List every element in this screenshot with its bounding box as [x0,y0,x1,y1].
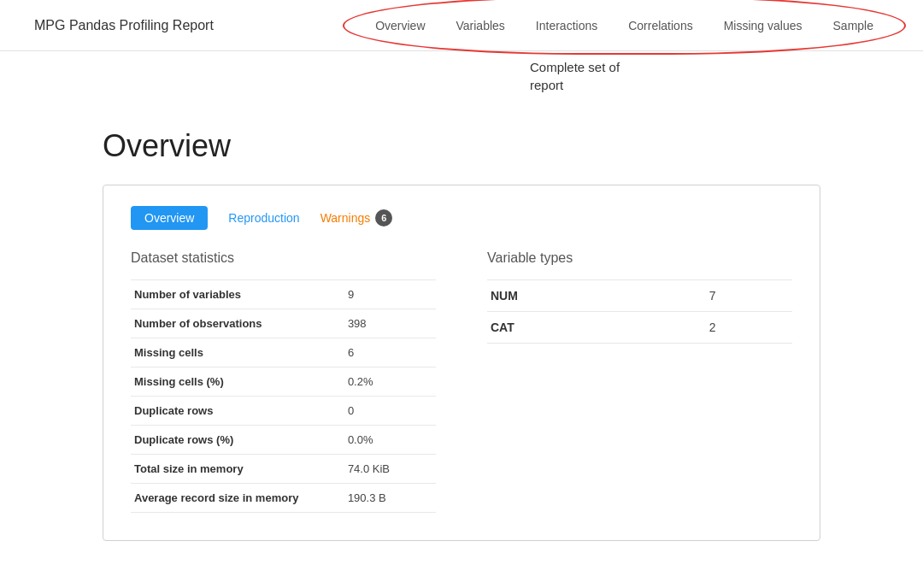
warnings-badge-count: 6 [375,209,392,226]
main-content: Overview Overview Reproduction Warnings … [0,111,923,575]
table-row: Number of observations 398 [131,309,436,338]
annotation-area: Complete set of report [0,51,923,111]
variable-types-title: Variable types [487,250,792,266]
stat-label: Missing cells (%) [131,368,344,397]
stat-value: 0.0% [344,426,436,455]
var-type-label: NUM [487,280,706,312]
var-type-label: CAT [487,312,706,344]
table-row: Duplicate rows (%) 0.0% [131,426,436,455]
header: MPG Pandas Profiling Report Overview Var… [0,0,923,51]
table-row: Duplicate rows 0 [131,397,436,426]
tab-reproduction[interactable]: Reproduction [215,206,313,230]
stat-label: Duplicate rows [131,397,344,426]
main-nav: Overview Variables Interactions Correlat… [360,12,889,39]
stat-value: 190.3 B [344,484,436,513]
stat-label: Number of observations [131,309,344,338]
stat-value: 74.0 KiB [344,455,436,484]
stats-grid: Dataset statistics Number of variables 9… [131,250,792,513]
stat-value: 0.2% [344,368,436,397]
tab-warnings[interactable]: Warnings 6 [320,209,393,226]
stat-label: Number of variables [131,280,344,309]
card-tabs: Overview Reproduction Warnings 6 [131,206,792,230]
page-title: Overview [103,128,820,164]
app-title: MPG Pandas Profiling Report [34,18,214,33]
table-row: Missing cells 6 [131,338,436,368]
stat-value: 398 [344,309,436,338]
stat-label: Average record size in memory [131,484,344,513]
tab-overview[interactable]: Overview [131,206,208,230]
table-row: Number of variables 9 [131,280,436,309]
annotation-line2: report [530,78,563,92]
warnings-label: Warnings [320,211,371,225]
nav-link-correlations[interactable]: Correlations [613,12,708,39]
nav-link-interactions[interactable]: Interactions [520,12,613,39]
stat-value: 0 [344,397,436,426]
stat-value: 9 [344,280,436,309]
nav-link-variables[interactable]: Variables [441,12,520,39]
table-row: Missing cells (%) 0.2% [131,368,436,397]
nav-link-overview[interactable]: Overview [360,12,440,39]
stat-value: 6 [344,338,436,368]
table-row: Average record size in memory 190.3 B [131,484,436,513]
dataset-statistics-table: Number of variables 9 Number of observat… [131,279,436,513]
stat-label: Duplicate rows (%) [131,426,344,455]
annotation-text: Complete set of report [530,58,620,94]
table-row: CAT 2 [487,312,792,344]
nav-link-sample[interactable]: Sample [818,12,889,39]
overview-card: Overview Reproduction Warnings 6 Dataset… [103,185,820,541]
variable-types-section: Variable types NUM 7 CAT 2 [487,250,792,513]
table-row: NUM 7 [487,280,792,312]
stat-label: Total size in memory [131,455,344,484]
var-type-value: 7 [706,280,792,312]
dataset-statistics-title: Dataset statistics [131,250,436,266]
table-row: Total size in memory 74.0 KiB [131,455,436,484]
annotation-line1: Complete set of [530,60,620,74]
variable-types-table: NUM 7 CAT 2 [487,279,792,344]
nav-link-missing-values[interactable]: Missing values [708,12,818,39]
var-type-value: 2 [706,312,792,344]
dataset-statistics-section: Dataset statistics Number of variables 9… [131,250,436,513]
stat-label: Missing cells [131,338,344,368]
